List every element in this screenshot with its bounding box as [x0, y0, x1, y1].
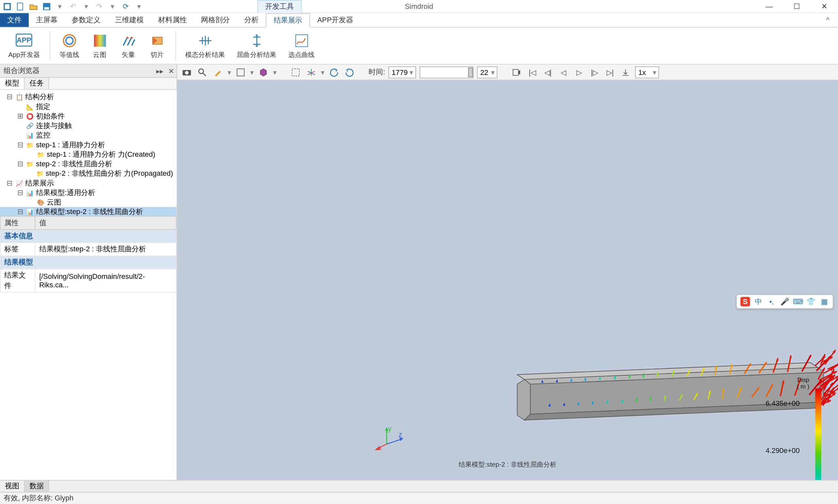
tab-appdev[interactable]: APP开发器 — [310, 13, 360, 27]
play-back-icon[interactable]: ◁ — [557, 66, 570, 78]
ribbon-cloud[interactable]: 云图 — [86, 32, 113, 59]
ime-grid-icon[interactable]: ▦ — [819, 297, 829, 306]
dev-tool-tab[interactable]: 开发工具 — [257, 0, 302, 13]
panel-collapse-icon[interactable]: ▸▸ — [156, 67, 163, 75]
box-dropdown[interactable]: ▾ — [250, 68, 254, 76]
maximize-button[interactable]: ☐ — [783, 0, 810, 13]
record-icon[interactable] — [511, 66, 523, 78]
redo-icon[interactable]: ↷ — [95, 2, 104, 11]
cube-icon[interactable] — [257, 66, 269, 78]
pickcurve-icon — [293, 32, 310, 49]
ribbon-buckle[interactable]: 屈曲分析结果 — [232, 32, 281, 59]
tab-3d[interactable]: 三维建模 — [108, 13, 151, 27]
tree-node[interactable]: ⊞⭕初始条件 — [0, 111, 176, 121]
tree-node[interactable]: 🎨云图 — [0, 197, 176, 207]
axis-dropdown[interactable]: ▾ — [321, 68, 324, 76]
window-controls: — ☐ ✕ — [755, 0, 838, 13]
tree-node[interactable]: 🔗连接与接触 — [0, 121, 176, 130]
axis-icon[interactable] — [305, 66, 318, 78]
speed-field[interactable]: 1x▾ — [635, 66, 659, 78]
close-button[interactable]: ✕ — [810, 0, 838, 13]
tab-material[interactable]: 材料属性 — [151, 13, 194, 27]
brush-dropdown[interactable]: ▾ — [228, 68, 231, 76]
zoom-icon[interactable] — [196, 66, 209, 78]
layers-icon[interactable] — [2, 2, 12, 11]
time-slider[interactable] — [420, 66, 474, 78]
first-icon[interactable]: |◁ — [527, 66, 538, 78]
minimize-button[interactable]: — — [755, 0, 783, 13]
slice-icon — [149, 32, 166, 49]
svg-rect-2 — [17, 3, 22, 10]
panel-header: 组合浏览器 ▸▸ ✕ — [0, 65, 176, 77]
export-icon[interactable] — [620, 66, 632, 78]
svg-marker-95 — [776, 358, 779, 361]
undo-icon[interactable]: ↶ — [68, 2, 77, 11]
camera-icon[interactable] — [181, 66, 193, 78]
tab-params[interactable]: 参数定义 — [65, 13, 108, 27]
ime-lang-icon[interactable]: 中 — [753, 297, 763, 306]
ime-punct-icon[interactable]: •, — [767, 297, 776, 306]
tab-file[interactable]: 文件 — [0, 13, 29, 27]
tab-results[interactable]: 结果展示 — [266, 13, 310, 28]
ime-mic-icon[interactable]: 🎤 — [780, 297, 789, 306]
tab-mesh[interactable]: 网格剖分 — [194, 13, 237, 27]
tab-analysis[interactable]: 分析 — [237, 13, 266, 27]
ime-skin-icon[interactable]: 👕 — [806, 297, 816, 306]
ime-logo-icon[interactable]: S — [741, 297, 750, 306]
prev-icon[interactable]: ◁| — [542, 66, 554, 78]
tree-node[interactable]: 📐指定 — [0, 102, 176, 111]
svg-point-12 — [185, 71, 189, 74]
undo-dropdown-icon[interactable]: ▾ — [82, 2, 91, 11]
tree-node[interactable]: ⊟📊结果模型:step-2 : 非线性屈曲分析 — [0, 207, 176, 216]
refresh-icon[interactable]: ⟳ — [121, 2, 130, 11]
subtab-task[interactable]: 任务 — [24, 78, 49, 89]
bottom-tab-data[interactable]: 数据 — [24, 481, 49, 492]
svg-line-14 — [203, 73, 206, 76]
new-icon[interactable] — [16, 2, 25, 11]
ribbon-appdev[interactable]: APP App开发器 — [4, 32, 44, 59]
ribbon-slice[interactable]: 切片 — [144, 32, 170, 59]
viewport-3d[interactable]: y z x 结果模型:step-2 : 非线性屈曲分析 Disp( m ) 6.… — [177, 80, 838, 480]
ime-toolbar[interactable]: S 中 •, 🎤 ⌨ 👕 ▦ — [736, 294, 833, 309]
properties-panel: 属性值 基本信息 标签结果模型:step-2 : 非线性屈曲分析 结果模型 结果… — [0, 215, 176, 480]
ribbon-vector[interactable]: 矢量 — [115, 32, 141, 59]
panel-close-icon[interactable]: ✕ — [168, 67, 174, 75]
svg-line-172 — [387, 439, 401, 444]
brush-icon[interactable] — [212, 66, 224, 78]
save-dropdown-icon[interactable]: ▾ — [55, 2, 65, 11]
frame-field[interactable]: 22▾ — [477, 66, 498, 78]
ribbon-tabs: 文件 主屏幕 参数定义 三维建模 材料属性 网格剖分 分析 结果展示 APP开发… — [0, 13, 838, 28]
save-icon[interactable] — [42, 2, 51, 11]
time-field[interactable]: 1779▾ — [389, 66, 416, 78]
ime-keyboard-icon[interactable]: ⌨ — [793, 297, 803, 306]
prop-hdr-attr: 属性 — [0, 216, 35, 230]
side-subtabs: 模型 任务 — [0, 78, 176, 90]
tree-node[interactable]: ⊟📁step-2 : 非线性屈曲分析 — [0, 159, 176, 168]
redo-dropdown-icon[interactable]: ▾ — [108, 2, 117, 11]
next-icon[interactable]: |▷ — [589, 66, 601, 78]
bottom-tab-view[interactable]: 视图 — [0, 481, 24, 492]
cube-dropdown[interactable]: ▾ — [273, 68, 277, 76]
play-icon[interactable]: ▷ — [573, 66, 585, 78]
open-icon[interactable] — [29, 2, 38, 11]
qat-dropdown-icon[interactable]: ▾ — [134, 2, 144, 11]
tree-node[interactable]: ⊟📋结构分析 — [0, 92, 176, 102]
tree-node[interactable]: 📁step-2 : 非线性屈曲分析 力(Propagated) — [0, 169, 176, 178]
last-icon[interactable]: ▷| — [604, 66, 617, 78]
tree-node[interactable]: ⊟📊结果模型:通用分析 — [0, 188, 176, 197]
tab-home[interactable]: 主屏幕 — [29, 13, 65, 27]
ribbon-modal[interactable]: 模态分析结果 — [180, 32, 230, 59]
tree-node[interactable]: 📊监控 — [0, 130, 176, 140]
subtab-model[interactable]: 模型 — [0, 78, 24, 89]
tree-node[interactable]: 📁step-1 : 通用静力分析 力(Created) — [0, 149, 176, 159]
rotate-cw-icon[interactable] — [344, 66, 356, 78]
tree-node[interactable]: ⊟📁step-1 : 通用静力分析 — [0, 140, 176, 149]
collapse-ribbon-icon[interactable]: ^ — [826, 16, 834, 24]
ribbon-contour[interactable]: 等值线 — [55, 32, 84, 59]
select-icon[interactable] — [290, 66, 302, 78]
tree-view[interactable]: ⊟📋结构分析📐指定⊞⭕初始条件🔗连接与接触📊监控⊟📁step-1 : 通用静力分… — [0, 90, 176, 215]
box-icon[interactable] — [235, 66, 247, 78]
rotate-ccw-icon[interactable] — [328, 66, 340, 78]
tree-node[interactable]: ⊟📈结果展示 — [0, 178, 176, 188]
ribbon-pickcurve[interactable]: 选点曲线 — [284, 32, 320, 59]
